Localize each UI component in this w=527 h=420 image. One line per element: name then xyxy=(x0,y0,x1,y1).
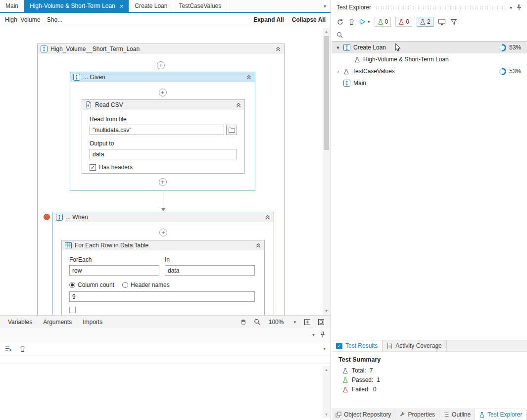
activity-header[interactable]: For Each Row in Data Table xyxy=(62,240,264,250)
delete-results-button[interactable] xyxy=(348,18,355,25)
tab-activity-coverage[interactable]: Activity Coverage xyxy=(383,340,446,351)
document-tabstrip: Main High-Volume & Short-Term Loan × Cre… xyxy=(0,0,331,13)
activity-read-csv[interactable]: Read CSV Read from file Output xyxy=(82,99,245,174)
expand-all-button[interactable]: Expand All xyxy=(253,16,284,23)
tree-item-label: TestCaseValues xyxy=(352,68,395,75)
add-activity-button[interactable]: + xyxy=(159,89,167,96)
summary-failed-row: Failed: 0 xyxy=(342,386,520,393)
activity-given-sequence[interactable]: ... Given + Read CSV Read from file xyxy=(70,72,255,190)
filter-button[interactable] xyxy=(450,19,457,25)
drag-grip[interactable] xyxy=(375,6,506,10)
in-input[interactable] xyxy=(165,265,255,276)
delete-item-button[interactable] xyxy=(19,345,26,352)
column-count-radio[interactable] xyxy=(69,282,75,288)
collapse-icon[interactable] xyxy=(246,74,252,80)
activity-header[interactable]: ... When xyxy=(53,212,274,222)
passed-filter-badge[interactable]: 0 xyxy=(375,17,391,27)
dock-tab-properties[interactable]: Properties xyxy=(395,409,439,420)
arguments-tab[interactable]: Arguments xyxy=(38,319,77,326)
panel-scrollbar[interactable]: ▲ ▼ xyxy=(323,366,330,418)
breakpoint-indicator[interactable] xyxy=(44,214,50,220)
tab-create-loan[interactable]: Create Loan xyxy=(129,0,173,12)
tab-main[interactable]: Main xyxy=(0,0,24,12)
tab-overflow-chevron-icon[interactable]: ▾ xyxy=(319,0,331,12)
imports-tab[interactable]: Imports xyxy=(78,319,107,326)
tab-high-volume-short-term-loan[interactable]: High-Volume & Short-Term Loan × xyxy=(24,0,129,12)
tree-item-testcasevalues[interactable]: › TestCaseValues 53% xyxy=(332,65,527,77)
canvas-scrollbar[interactable]: ▲ ▼ xyxy=(323,28,330,315)
activity-foreach-row[interactable]: For Each Row in Data Table ForEach In xyxy=(61,240,265,315)
pan-button[interactable] xyxy=(237,319,250,326)
collapse-all-button[interactable]: Collapse All xyxy=(292,16,326,23)
chevron-down-icon[interactable]: ▾ xyxy=(335,45,340,51)
tree-item-main[interactable]: Main xyxy=(332,77,527,89)
has-headers-checkbox[interactable]: ✓ xyxy=(90,164,96,171)
collapse-icon[interactable] xyxy=(255,242,261,248)
scroll-down-arrow[interactable]: ▼ xyxy=(323,307,330,315)
failed-count: 0 xyxy=(406,18,409,25)
activity-header[interactable]: Read CSV xyxy=(82,100,244,110)
dock-tab-outline[interactable]: Outline xyxy=(439,409,475,420)
dock-tab-test-explorer[interactable]: Test Explorer xyxy=(475,409,527,420)
file-path-input[interactable] xyxy=(90,125,224,135)
scroll-up-arrow[interactable]: ▲ xyxy=(323,28,330,35)
scrollbar-thumb[interactable] xyxy=(324,36,329,150)
collapse-icon[interactable] xyxy=(265,214,271,220)
progress-ring xyxy=(499,44,506,51)
add-activity-button[interactable]: + xyxy=(157,61,165,69)
tree-item-high-volume[interactable]: High-Volume & Short-Term Loan xyxy=(332,53,527,65)
other-count: 2 xyxy=(427,18,431,25)
add-activity-button[interactable]: + xyxy=(159,178,167,186)
foreach-input[interactable] xyxy=(69,265,159,276)
close-icon[interactable]: × xyxy=(120,3,124,9)
refresh-button[interactable] xyxy=(336,18,344,26)
collapse-icon[interactable] xyxy=(236,102,241,108)
zoom-tool-button[interactable] xyxy=(251,319,264,326)
tab-testcasevalues[interactable]: TestCaseValues xyxy=(173,0,227,12)
pin-icon[interactable] xyxy=(320,331,326,338)
foreach-label: ForEach xyxy=(69,256,165,263)
add-activity-button[interactable]: + xyxy=(159,229,167,236)
browse-file-button[interactable] xyxy=(226,125,237,135)
dock-tab-object-repository[interactable]: Object Repository xyxy=(332,409,395,420)
designer-canvas[interactable]: High_Volume__Short_Term_Loan + ... Given… xyxy=(0,27,331,315)
chevron-down-icon[interactable]: ▾ xyxy=(323,346,326,351)
header-names-radio[interactable] xyxy=(122,282,128,288)
chevron-down-icon[interactable]: ▾ xyxy=(368,19,370,24)
tree-item-label: Create Loan xyxy=(353,44,386,51)
chevron-right-icon[interactable]: › xyxy=(335,68,340,74)
run-tests-button[interactable]: ▾ xyxy=(359,18,370,25)
output-to-input[interactable] xyxy=(90,149,237,159)
zoom-level-select[interactable]: 100% ▾ xyxy=(265,319,300,326)
variables-tab[interactable]: Variables xyxy=(3,319,37,326)
dock-tab-label: Properties xyxy=(408,411,435,418)
clipped-control[interactable] xyxy=(69,307,76,313)
failed-filter-badge[interactable]: 0 xyxy=(395,17,412,27)
chevron-down-icon[interactable]: ▾ xyxy=(510,5,512,10)
failed-value: 0 xyxy=(373,386,377,393)
activity-header[interactable]: ... Given xyxy=(70,72,255,82)
tree-item-create-loan[interactable]: ▾ Create Loan 53% xyxy=(332,42,527,53)
not-executed-filter-badge[interactable]: 2 xyxy=(417,17,433,27)
scroll-down-arrow[interactable]: ▼ xyxy=(323,411,330,418)
test-summary: Test Summary Total: 7 Passed: 1 Failed: … xyxy=(332,352,527,409)
pin-icon[interactable] xyxy=(516,4,522,11)
coverage-view-button[interactable] xyxy=(438,18,446,25)
chevron-down-icon[interactable]: ▾ xyxy=(312,332,315,337)
zoom-reset-button[interactable] xyxy=(315,319,328,326)
search-input[interactable] xyxy=(347,32,522,39)
bottom-panel-content[interactable]: ▲ ▼ xyxy=(0,364,331,420)
add-item-button[interactable] xyxy=(5,345,12,352)
dock-tab-label: Object Repository xyxy=(344,411,391,418)
test-tree: ▾ Create Loan 53% High-Volume & Short-Te… xyxy=(332,42,527,89)
test-results-section: ✓ Test Results Activity Coverage Test Su… xyxy=(332,340,527,409)
breadcrumb[interactable]: High_Volume__Sho... xyxy=(5,16,62,23)
fit-to-screen-button[interactable] xyxy=(301,319,314,326)
activity-when-sequence[interactable]: ... When + For Each Row in Data Table xyxy=(52,212,274,315)
column-count-input[interactable] xyxy=(69,291,255,302)
tab-test-results[interactable]: ✓ Test Results xyxy=(332,340,383,351)
activity-header[interactable]: High_Volume__Short_Term_Loan xyxy=(38,44,284,54)
scroll-up-arrow[interactable]: ▲ xyxy=(323,366,330,373)
activity-root-sequence[interactable]: High_Volume__Short_Term_Loan + ... Given… xyxy=(37,44,285,315)
collapse-icon[interactable] xyxy=(275,46,281,52)
